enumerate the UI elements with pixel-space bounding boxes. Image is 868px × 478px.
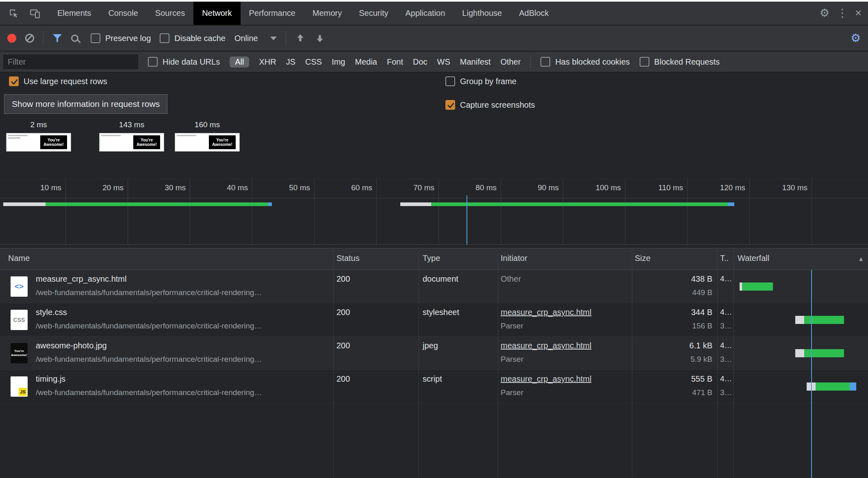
request-path: /web-fundamentals/fundamentals/performan… bbox=[36, 388, 262, 397]
column-header-status[interactable]: Status bbox=[336, 254, 360, 263]
request-status: 200 bbox=[336, 308, 350, 317]
overview-tick-label: 10 ms bbox=[4, 183, 61, 192]
checkbox-label: Use large request rows bbox=[24, 77, 107, 86]
thumb-hero-box: You're Awesome! bbox=[40, 135, 67, 149]
column-separator[interactable] bbox=[333, 248, 334, 478]
column-header-time[interactable]: T.. bbox=[720, 254, 732, 263]
filter-type-ws[interactable]: WS bbox=[437, 57, 450, 67]
column-header-size[interactable]: Size bbox=[635, 254, 651, 263]
overview-gridline bbox=[314, 179, 315, 244]
request-initiator-link[interactable]: measure_crp_async.html bbox=[501, 374, 591, 384]
tab-adblock[interactable]: AdBlock bbox=[510, 2, 557, 25]
column-header-initiator[interactable]: Initiator bbox=[501, 254, 527, 263]
filter-type-img[interactable]: Img bbox=[332, 57, 345, 67]
disable-cache-checkbox[interactable]: Disable cache bbox=[160, 33, 226, 43]
tab-console[interactable]: Console bbox=[100, 2, 146, 25]
image-thumbnail-icon: You're Awesome! bbox=[11, 343, 28, 363]
overview-tick-label: 30 ms bbox=[129, 183, 186, 192]
filter-divider bbox=[530, 55, 531, 69]
waterfall-bar-segment bbox=[795, 349, 804, 357]
overview-tick-label: 110 ms bbox=[626, 183, 683, 192]
inspect-element-icon[interactable] bbox=[5, 4, 23, 22]
waterfall-bar-segment bbox=[795, 316, 804, 324]
tab-performance[interactable]: Performance bbox=[241, 2, 304, 25]
request-initiator-link[interactable]: measure_crp_async.html bbox=[501, 308, 591, 317]
tab-security[interactable]: Security bbox=[350, 2, 397, 25]
filter-type-all[interactable]: All bbox=[230, 56, 249, 67]
overview-gridline bbox=[252, 179, 252, 244]
device-toolbar-icon[interactable] bbox=[26, 4, 44, 22]
column-separator[interactable] bbox=[632, 248, 632, 478]
more-options-icon[interactable]: ⋮ bbox=[837, 8, 848, 19]
waterfall-bar-segment bbox=[804, 316, 844, 324]
filter-type-doc[interactable]: Doc bbox=[413, 57, 427, 67]
hide-data-urls-checkbox[interactable]: Hide data URLs bbox=[148, 57, 220, 67]
thumb-text-line bbox=[8, 135, 28, 136]
overview-tick-label: 40 ms bbox=[191, 183, 248, 192]
filter-type-manifest[interactable]: Manifest bbox=[460, 57, 491, 67]
column-separator[interactable] bbox=[419, 248, 419, 478]
filmstrip-frame[interactable]: 160 ms You're Awesome! bbox=[175, 120, 240, 152]
throttling-dropdown[interactable]: Online bbox=[234, 34, 277, 43]
network-toolbar: Preserve log Disable cache Online ⚙ bbox=[0, 26, 868, 51]
column-header-name[interactable]: Name bbox=[8, 254, 30, 263]
overview-gridline bbox=[438, 179, 439, 244]
icon-glyph: <> bbox=[15, 282, 24, 291]
script-icon: JS bbox=[11, 376, 28, 397]
js-badge: JS bbox=[19, 388, 27, 396]
tab-label: Application bbox=[405, 9, 445, 18]
tab-sources[interactable]: Sources bbox=[147, 2, 193, 25]
tab-label: Performance bbox=[249, 9, 296, 18]
network-filter-bar: Hide data URLs All XHR JS CSS Img Media … bbox=[0, 52, 868, 72]
record-network-log-icon[interactable] bbox=[7, 34, 16, 43]
table-row[interactable]: You're Awesome! awesome-photo.jpg /web-f… bbox=[0, 337, 868, 370]
network-settings-gear-icon[interactable]: ⚙ bbox=[851, 33, 861, 44]
overview-activity-segment bbox=[400, 202, 431, 206]
filmstrip-frame[interactable]: 2 ms You're Awesome! bbox=[6, 120, 71, 152]
request-initiator-link[interactable]: measure_crp_async.html bbox=[501, 341, 591, 350]
frame-timestamp: 2 ms bbox=[6, 120, 71, 129]
filter-type-other[interactable]: Other bbox=[500, 57, 521, 67]
filter-funnel-icon[interactable] bbox=[52, 34, 62, 43]
import-har-icon[interactable] bbox=[295, 33, 306, 43]
tab-lighthouse[interactable]: Lighthouse bbox=[454, 2, 510, 25]
has-blocked-cookies-checkbox[interactable]: Has blocked cookies bbox=[540, 57, 629, 67]
column-separator[interactable] bbox=[717, 248, 718, 478]
request-size-transferred: 6.1 kB bbox=[628, 341, 712, 350]
tab-network[interactable]: Network bbox=[193, 2, 240, 25]
tab-application[interactable]: Application bbox=[397, 2, 454, 25]
blocked-requests-checkbox[interactable]: Blocked Requests bbox=[640, 57, 720, 67]
overview-activity-segment bbox=[46, 202, 268, 206]
column-header-waterfall[interactable]: Waterfall bbox=[738, 254, 769, 263]
tab-memory[interactable]: Memory bbox=[304, 2, 350, 25]
table-row[interactable]: <> measure_crp_async.html /web-fundament… bbox=[0, 270, 868, 303]
filter-type-xhr[interactable]: XHR bbox=[259, 57, 276, 67]
search-icon[interactable] bbox=[71, 35, 78, 42]
filter-type-css[interactable]: CSS bbox=[305, 57, 322, 67]
filter-type-font[interactable]: Font bbox=[387, 57, 403, 67]
overview-gridline bbox=[563, 179, 563, 244]
group-by-frame-checkbox[interactable]: Group by frame bbox=[445, 76, 516, 86]
tab-elements[interactable]: Elements bbox=[49, 2, 100, 25]
use-large-request-rows-checkbox[interactable]: Use large request rows bbox=[9, 76, 107, 86]
settings-gear-icon[interactable]: ⚙ bbox=[820, 8, 829, 19]
clear-network-log-icon[interactable] bbox=[25, 34, 34, 43]
overview-gridline bbox=[749, 179, 750, 244]
table-row[interactable]: CSS style.css /web-fundamentals/fundamen… bbox=[0, 303, 868, 337]
filmstrip: 2 ms You're Awesome! 143 ms You're Aweso… bbox=[0, 120, 868, 158]
filter-input[interactable] bbox=[3, 54, 138, 69]
column-header-type[interactable]: Type bbox=[423, 254, 440, 263]
filter-type-js[interactable]: JS bbox=[286, 57, 295, 67]
capture-screenshots-checkbox[interactable]: Capture screenshots bbox=[445, 100, 535, 110]
preserve-log-checkbox[interactable]: Preserve log bbox=[91, 33, 151, 43]
column-separator[interactable] bbox=[733, 248, 734, 478]
column-separator[interactable] bbox=[498, 248, 498, 478]
export-har-icon[interactable] bbox=[315, 33, 325, 43]
close-devtools-icon[interactable]: × bbox=[855, 8, 861, 19]
overview-tick-label: 90 ms bbox=[502, 183, 559, 192]
table-row[interactable]: JS timing.js /web-fundamentals/fundament… bbox=[0, 370, 868, 403]
checkbox-box bbox=[540, 57, 550, 67]
network-overview-timeline[interactable]: 10 ms20 ms30 ms40 ms50 ms60 ms70 ms80 ms… bbox=[0, 179, 868, 245]
filter-type-media[interactable]: Media bbox=[355, 57, 377, 67]
filmstrip-frame[interactable]: 143 ms You're Awesome! bbox=[99, 120, 164, 152]
